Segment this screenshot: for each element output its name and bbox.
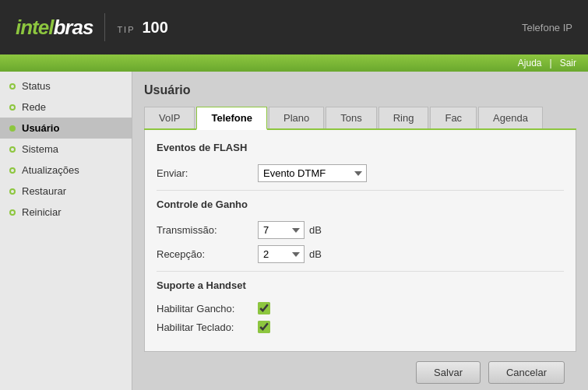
sidebar-bullet (9, 167, 16, 174)
form-panel: Eventos de FLASH Enviar: Evento DTMF Fla… (144, 130, 576, 352)
sidebar-bullet (9, 146, 16, 153)
sidebar-item-sistema[interactable]: Sistema (0, 139, 132, 160)
ajuda-link[interactable]: Ajuda (518, 58, 542, 69)
sidebar-item-label: Rede (22, 101, 46, 113)
flash-enviar-select[interactable]: Evento DTMF Flash Hook (258, 164, 367, 182)
sidebar-item-label: Reiniciar (22, 206, 62, 218)
section-ganho-title: Controle de Ganho (157, 199, 564, 213)
sair-link[interactable]: Sair (560, 58, 576, 69)
ganho-recepcao-row: Recepção: 0123 4567 8910 dB (157, 245, 564, 263)
ganho-transmissao-select[interactable]: 0123 4567 8910 (258, 221, 305, 239)
ganho-recepcao-label: Recepção: (157, 248, 258, 260)
handset-teclado-control (258, 321, 270, 333)
ganho-transmissao-control: 0123 4567 8910 dB (258, 221, 322, 239)
sidebar-item-status[interactable]: Status (0, 76, 132, 97)
section-flash-title: Eventos de FLASH (157, 142, 564, 156)
cancelar-button[interactable]: Cancelar (488, 361, 565, 384)
sidebar: Status Rede Usuário Sistema Atualizações… (0, 72, 132, 390)
sidebar-item-label: Status (22, 80, 51, 92)
flash-enviar-row: Enviar: Evento DTMF Flash Hook (157, 164, 564, 182)
page-title: Usuário (144, 83, 576, 97)
sidebar-bullet (9, 104, 16, 111)
main-layout: Status Rede Usuário Sistema Atualizações… (0, 72, 588, 390)
tab-fac[interactable]: Fac (430, 107, 477, 128)
logo-divider (104, 13, 105, 41)
sidebar-item-reiniciar[interactable]: Reiniciar (0, 202, 132, 223)
section-handset-title: Suporte a Handset (157, 279, 564, 294)
logo: intelbras (16, 16, 93, 40)
header-phone-type: Telefone IP (522, 22, 572, 33)
sidebar-bullet (9, 125, 16, 132)
tab-voip[interactable]: VoIP (144, 107, 195, 128)
handset-gancho-checkbox[interactable] (258, 302, 270, 314)
tab-tons[interactable]: Tons (326, 107, 376, 128)
tab-telefone[interactable]: Telefone (196, 107, 267, 130)
product-label: TIP (117, 25, 135, 34)
tab-ring[interactable]: Ring (379, 107, 429, 128)
tab-agenda[interactable]: Agenda (478, 107, 543, 128)
sidebar-bullet (9, 83, 16, 90)
sidebar-bullet (9, 209, 16, 216)
ganho-transmissao-unit: dB (309, 224, 322, 236)
handset-gancho-label: Habilitar Gancho: (157, 303, 258, 314)
sidebar-item-rede[interactable]: Rede (0, 97, 132, 118)
sidebar-item-atualizacoes[interactable]: Atualizações (0, 160, 132, 181)
ganho-transmissao-row: Transmissão: 0123 4567 8910 dB (157, 221, 564, 239)
product-number: 100 (143, 19, 168, 37)
handset-teclado-label: Habilitar Teclado: (157, 321, 258, 333)
section-separator-2 (157, 271, 564, 272)
flash-enviar-label: Enviar: (157, 167, 258, 179)
tab-bar: VoIP Telefone Plano Tons Ring Fac Agenda (144, 107, 576, 130)
ganho-recepcao-control: 0123 4567 8910 dB (258, 245, 322, 263)
ganho-recepcao-unit: dB (309, 248, 322, 260)
top-navigation-bar: Ajuda | Sair (0, 54, 588, 72)
sidebar-item-restaurar[interactable]: Restaurar (0, 181, 132, 202)
logo-area: intelbras TIP 100 (16, 13, 168, 41)
sidebar-item-label: Usuário (22, 122, 59, 134)
flash-enviar-control: Evento DTMF Flash Hook (258, 164, 367, 182)
handset-gancho-row: Habilitar Gancho: (157, 302, 564, 314)
handset-teclado-checkbox[interactable] (258, 321, 270, 333)
nav-separator: | (550, 58, 552, 69)
handset-gancho-control (258, 302, 270, 314)
content-area: Usuário VoIP Telefone Plano Tons Ring Fa… (132, 72, 588, 390)
footer-buttons: Salvar Cancelar (144, 352, 576, 390)
sidebar-item-label: Atualizações (22, 164, 79, 176)
sidebar-item-usuario[interactable]: Usuário (0, 118, 132, 139)
sidebar-item-label: Restaurar (22, 185, 66, 197)
tab-plano[interactable]: Plano (269, 107, 324, 128)
salvar-button[interactable]: Salvar (416, 361, 481, 384)
section-separator (157, 190, 564, 191)
ganho-recepcao-select[interactable]: 0123 4567 8910 (258, 245, 305, 263)
handset-teclado-row: Habilitar Teclado: (157, 321, 564, 333)
sidebar-bullet (9, 188, 16, 195)
header: intelbras TIP 100 Telefone IP (0, 0, 588, 54)
ganho-transmissao-label: Transmissão: (157, 224, 258, 236)
sidebar-item-label: Sistema (22, 143, 58, 155)
